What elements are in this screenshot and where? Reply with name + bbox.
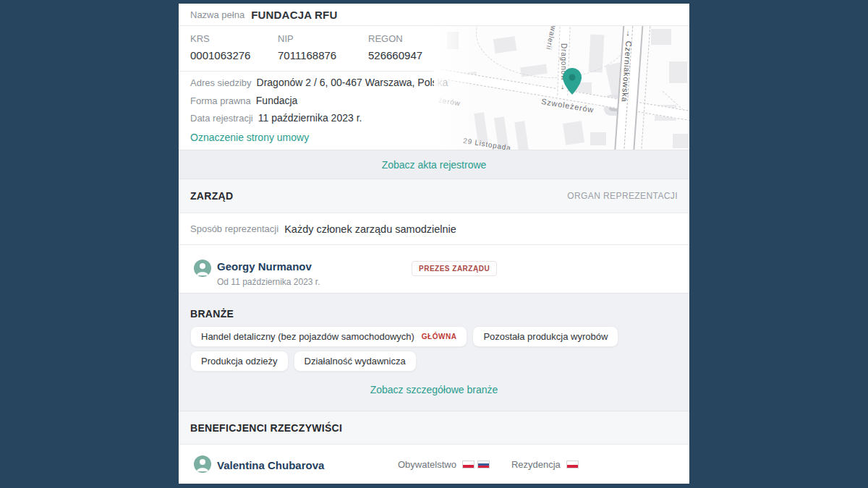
industry-chip-label: Produkcja odzieży: [201, 356, 278, 367]
industry-chip[interactable]: Działalność wydawnicza: [294, 351, 417, 372]
nip-label: NIP: [278, 33, 368, 44]
poland-flag-icon: [566, 461, 579, 468]
board-member-row[interactable]: Georgy Nurmanov Od 11 października 2023 …: [179, 244, 689, 293]
registry-files-band: Zobacz akta rejestrowe: [179, 150, 689, 179]
industries-section: BRANŻE Handel detaliczny (bez pojazdów s…: [179, 293, 689, 411]
company-info-section: KRS 0001063276 NIP 7011168876 REGON 5266…: [179, 26, 689, 150]
map-building: [651, 29, 671, 45]
nip-field: NIP 7011168876: [278, 33, 368, 61]
beneficiary-row[interactable]: Valentina Chubarova Obywatelstwo Rezyden…: [179, 444, 689, 484]
registry-files-link[interactable]: Zobacz akta rejestrowe: [382, 159, 487, 171]
industry-chip-label: Handel detaliczny (bez pojazdów samochod…: [201, 331, 414, 342]
legal-form-label: Forma prawna: [190, 95, 251, 106]
citizenship-label: Obywatelstwo: [398, 459, 456, 470]
beneficiaries-header-band: BENEFICJENCI RZECZYWIŚCI: [179, 411, 689, 444]
company-name-row: Nazwa pełna FUNDACJA RFU: [179, 4, 689, 26]
registration-date-row: Data rejestracji11 października 2023 r.: [190, 109, 448, 127]
residency-label: Rezydencja: [511, 459, 561, 470]
company-name: FUNDACJA RFU: [251, 9, 337, 21]
agreement-link[interactable]: Oznaczenie strony umowy: [190, 132, 309, 143]
beneficiaries-title: BENEFICJENCI RZECZYWIŚCI: [190, 422, 342, 434]
map-pin-icon: [563, 68, 582, 95]
map-building: [590, 132, 606, 145]
industry-chip[interactable]: Pozostała produkcja wyrobów: [472, 326, 618, 347]
legal-form-value: Fundacja: [256, 95, 298, 106]
industry-chip-label: Pozostała produkcja wyrobów: [483, 331, 608, 342]
representation-value: Każdy członek zarządu samodzielnie: [284, 223, 456, 235]
map-building: [669, 61, 687, 83]
krs-value: 0001063276: [190, 49, 278, 61]
role-badge: PREZES ZARZĄDU: [412, 261, 497, 276]
management-header-band: ZARZĄD ORGAN REPREZENTACJI: [179, 179, 689, 213]
industry-chip[interactable]: Handel detaliczny (bez pojazdów samochod…: [190, 326, 467, 347]
avatar: [194, 455, 211, 473]
organ-label: ORGAN REPREZENTACJI: [567, 191, 678, 201]
russia-flag-icon: [477, 461, 490, 468]
beneficiary-meta: Obywatelstwo Rezydencja: [398, 445, 582, 484]
avatar: [194, 260, 211, 277]
krs-label: KRS: [190, 33, 278, 44]
registration-date-value: 11 października 2023 r.: [258, 112, 362, 124]
member-name[interactable]: Georgy Nurmanov: [217, 260, 312, 273]
person-icon: [194, 455, 211, 473]
map-building: [673, 134, 689, 148]
industry-chip-label: Działalność wydawnicza: [305, 356, 406, 367]
person-icon: [194, 260, 211, 277]
company-details: Adres siedzibyDragonów 2 / 6, 00-467 War…: [190, 74, 448, 146]
ids-divider: [179, 71, 433, 72]
address-value: Dragonów 2 / 6, 00-467 Warszawa, Polska: [257, 77, 448, 88]
industry-chip[interactable]: Produkcja odzieży: [190, 351, 289, 372]
industry-details-link[interactable]: Zobacz szczegółowe branże: [370, 384, 498, 395]
registration-date-label: Data rejestracji: [190, 113, 253, 124]
nip-value: 7011168876: [278, 49, 368, 61]
map-fade: [434, 26, 476, 150]
member-since: Od 11 października 2023 r.: [217, 277, 320, 287]
address-label: Adres siedziby: [190, 77, 252, 88]
krs-field: KRS 0001063276: [190, 33, 278, 61]
industry-chips: Handel detaliczny (bez pojazdów samochod…: [190, 326, 682, 372]
management-title: ZARZĄD: [190, 190, 233, 202]
main-industry-badge: GŁÓWNA: [422, 333, 457, 341]
map-building: [514, 121, 528, 150]
representation-row: Sposób reprezentacji Każdy członek zarzą…: [179, 213, 689, 244]
poland-flag-icon: [462, 461, 475, 468]
company-name-label: Nazwa pełna: [190, 9, 244, 20]
location-map[interactable]: → Czerniakowska Dragonów → Szwoleżerów ż…: [434, 26, 689, 150]
beneficiary-name[interactable]: Valentina Chubarova: [217, 459, 324, 471]
registry-ids: KRS 0001063276 NIP 7011168876 REGON 5266…: [190, 33, 456, 61]
map-building: [563, 121, 584, 145]
company-card: Nazwa pełna FUNDACJA RFU KRS 0001063276 …: [179, 4, 689, 483]
industries-title: BRANŻE: [190, 308, 234, 320]
representation-label: Sposób reprezentacji: [190, 223, 278, 234]
address-row: Adres siedzibyDragonów 2 / 6, 00-467 War…: [190, 74, 448, 92]
legal-form-row: Forma prawnaFundacja: [190, 92, 448, 110]
